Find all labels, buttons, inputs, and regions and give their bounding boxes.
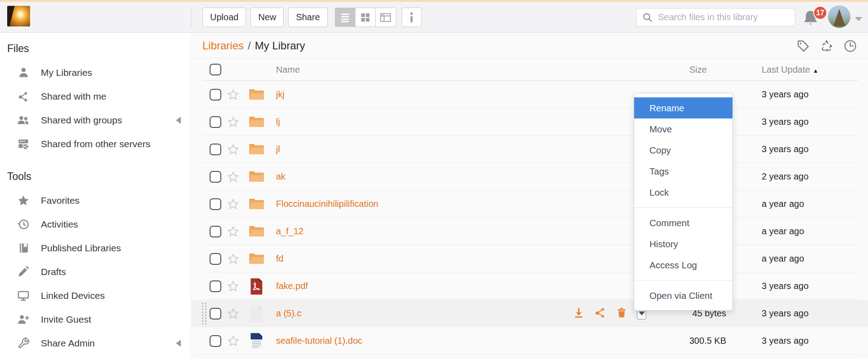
upload-button[interactable]: Upload bbox=[202, 8, 246, 27]
app-logo[interactable] bbox=[7, 6, 30, 26]
favorite-star-icon[interactable] bbox=[221, 280, 245, 293]
table-row[interactable]: Floccinaucinihilipilification a year ago bbox=[192, 190, 868, 218]
file-name-link[interactable]: a_f_12 bbox=[268, 226, 573, 236]
folder-icon bbox=[245, 197, 268, 211]
file-name-link[interactable]: Floccinaucinihilipilification bbox=[268, 199, 573, 209]
row-checkbox[interactable] bbox=[210, 253, 221, 265]
file-name-link[interactable]: a (5).c bbox=[268, 308, 573, 319]
sidebar-item-linked-devices[interactable]: Linked Devices bbox=[0, 284, 191, 307]
breadcrumb-libraries-link[interactable]: Libraries bbox=[202, 39, 244, 52]
file-name-link[interactable]: jl bbox=[268, 144, 573, 154]
sidebar-item-shared-with-me[interactable]: Shared with me bbox=[0, 84, 191, 108]
info-button[interactable] bbox=[402, 8, 422, 27]
table-row[interactable]: a_f_12 a year ago bbox=[192, 218, 868, 245]
favorite-star-icon[interactable] bbox=[221, 307, 245, 320]
sidebar-item-drafts[interactable]: Drafts bbox=[0, 260, 191, 284]
trash-icon[interactable] bbox=[616, 306, 627, 320]
file-name-link[interactable]: jkj bbox=[268, 89, 573, 100]
row-checkbox[interactable] bbox=[210, 198, 221, 210]
share-button[interactable]: Share bbox=[288, 8, 327, 27]
row-checkbox[interactable] bbox=[210, 335, 221, 347]
row-checkbox[interactable] bbox=[210, 89, 221, 101]
column-header-size[interactable]: Size bbox=[649, 65, 762, 75]
select-all-checkbox[interactable] bbox=[210, 64, 221, 75]
row-checkbox[interactable] bbox=[210, 144, 221, 155]
table-row[interactable]: fake.pdf 3 years ago bbox=[192, 272, 868, 300]
recycle-trash-icon[interactable] bbox=[820, 39, 833, 53]
notification-count-badge[interactable]: 17 bbox=[813, 6, 827, 20]
row-checkbox[interactable] bbox=[210, 280, 221, 292]
sidebar-item-favorites[interactable]: Favorites bbox=[0, 188, 191, 212]
collapse-chevron-left-icon[interactable] bbox=[176, 340, 181, 347]
caret-down-icon bbox=[639, 311, 645, 315]
table-row[interactable]: lj 3 years ago bbox=[192, 108, 868, 136]
favorite-star-icon[interactable] bbox=[221, 143, 245, 156]
favorite-star-icon[interactable] bbox=[221, 253, 245, 265]
last-update: 2 years ago bbox=[762, 171, 859, 182]
list-view-icon[interactable] bbox=[335, 8, 355, 26]
menu-item-copy[interactable]: Copy bbox=[634, 140, 732, 161]
header-divider bbox=[191, 6, 192, 28]
sidebar-item-shared-with-groups[interactable]: Shared with groups bbox=[0, 108, 191, 132]
sidebar: Files My Libraries Shared with me Shared… bbox=[0, 33, 191, 359]
file-name-link[interactable]: lj bbox=[268, 117, 573, 127]
download-icon[interactable] bbox=[573, 306, 585, 320]
row-checkbox[interactable] bbox=[210, 308, 221, 320]
table-row[interactable]: jl 3 years ago bbox=[192, 136, 868, 163]
book-icon bbox=[17, 242, 30, 254]
grid-view-icon[interactable] bbox=[355, 8, 376, 26]
row-checkbox[interactable] bbox=[210, 171, 221, 183]
sidebar-item-activities[interactable]: Activities bbox=[0, 212, 191, 236]
table-row[interactable]: ak 2 years ago bbox=[192, 163, 868, 190]
last-update: 3 years ago bbox=[762, 89, 859, 100]
favorite-star-icon[interactable] bbox=[221, 171, 245, 183]
tag-icon[interactable] bbox=[796, 39, 810, 53]
sidebar-item-shared-from-other-servers[interactable]: Shared from other servers bbox=[0, 132, 191, 156]
search-input[interactable] bbox=[658, 12, 789, 22]
menu-item-history[interactable]: History bbox=[634, 233, 732, 254]
monitor-icon bbox=[17, 289, 30, 302]
file-name-link[interactable]: ak bbox=[268, 171, 573, 182]
menu-item-move[interactable]: Move bbox=[634, 118, 732, 140]
sidebar-item-share-admin[interactable]: Share Admin bbox=[0, 331, 191, 355]
menu-item-rename[interactable]: Rename bbox=[634, 97, 732, 118]
table-row[interactable]: seafile-tutorial (1).doc 300.5 KB 3 year… bbox=[192, 327, 868, 355]
favorite-star-icon[interactable] bbox=[221, 116, 245, 128]
favorite-star-icon[interactable] bbox=[221, 225, 245, 238]
sidebar-item-invite-guest[interactable]: Invite Guest bbox=[0, 307, 191, 331]
favorite-star-icon[interactable] bbox=[221, 88, 245, 101]
file-size: 300.5 KB bbox=[649, 336, 762, 346]
menu-item-open-via-client[interactable]: Open via Client bbox=[634, 285, 732, 306]
last-update: 3 years ago bbox=[762, 281, 859, 291]
drag-handle[interactable] bbox=[201, 302, 207, 325]
table-row[interactable]: jkj 3 years ago bbox=[192, 81, 868, 108]
table-row[interactable]: fd a year ago bbox=[192, 245, 868, 272]
file-name-link[interactable]: seafile-tutorial (1).doc bbox=[268, 336, 573, 346]
favorite-star-icon[interactable] bbox=[221, 335, 245, 347]
row-checkbox[interactable] bbox=[210, 226, 221, 237]
collapse-chevron-left-icon[interactable] bbox=[176, 117, 181, 124]
file-list: jkj 3 years ago lj 3 years ago jl bbox=[192, 81, 868, 355]
menu-item-tags[interactable]: Tags bbox=[634, 161, 732, 182]
column-header-last-update[interactable]: Last Update▲ bbox=[762, 65, 859, 75]
history-clock-icon[interactable] bbox=[843, 39, 857, 53]
sidebar-item-published-libraries[interactable]: Published Libraries bbox=[0, 236, 191, 260]
share-nodes-icon[interactable] bbox=[594, 306, 606, 320]
menu-item-comment[interactable]: Comment bbox=[634, 212, 732, 233]
file-name-link[interactable]: fake.pdf bbox=[268, 281, 573, 291]
new-button[interactable]: New bbox=[250, 8, 284, 27]
table-row-hovered[interactable]: a (5).c 45 bytes 3 years ago bbox=[192, 300, 868, 327]
sidebar-item-my-libraries[interactable]: My Libraries bbox=[0, 61, 191, 84]
account-chevron-down-icon[interactable] bbox=[855, 17, 862, 21]
menu-item-lock[interactable]: Lock bbox=[634, 182, 732, 203]
sidebar-section-tools: Tools bbox=[7, 171, 191, 182]
favorite-star-icon[interactable] bbox=[221, 198, 245, 210]
avatar[interactable] bbox=[828, 5, 850, 28]
last-update: 3 years ago bbox=[762, 117, 859, 127]
user-plus-icon bbox=[17, 313, 30, 325]
detail-view-icon[interactable] bbox=[376, 8, 396, 26]
file-name-link[interactable]: fd bbox=[268, 254, 573, 264]
column-header-name[interactable]: Name bbox=[268, 65, 573, 75]
row-checkbox[interactable] bbox=[210, 116, 221, 128]
menu-item-access-log[interactable]: Access Log bbox=[634, 254, 732, 276]
